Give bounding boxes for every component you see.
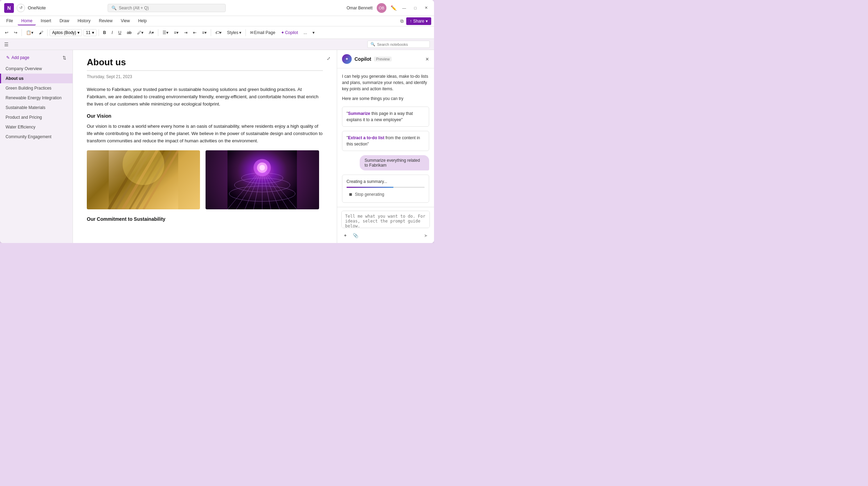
copilot-close-button[interactable]: ✕ [425, 57, 429, 62]
font-dropdown-icon: ▾ [77, 30, 80, 35]
font-color-button[interactable]: A▾ [147, 29, 156, 36]
format-painter-button[interactable]: 🖌 [37, 29, 45, 36]
email-page-button[interactable]: ✉ Email Page [248, 29, 277, 36]
menu-draw[interactable]: Draw [56, 17, 73, 25]
back-button[interactable]: ↺ [17, 4, 25, 12]
global-search[interactable]: 🔍 [108, 4, 226, 12]
copilot-suggestion-1[interactable]: "Summarize this page in a way that expla… [342, 107, 429, 127]
sidebar-item-about-us[interactable]: About us [0, 74, 73, 83]
stop-icon: ⏹ [349, 192, 353, 197]
numbering-button[interactable]: ≡▾ [172, 29, 181, 36]
page-title: About us [87, 57, 323, 68]
page-body-vision: Our vision is to create a world where ev… [87, 123, 323, 144]
maximize-button[interactable]: □ [412, 5, 419, 11]
bold-button[interactable]: B [101, 29, 108, 36]
sidebar-item-renewable-energy[interactable]: Renewable Energy Integration [0, 93, 73, 103]
menu-view[interactable]: View [117, 17, 133, 25]
undo-button[interactable]: ↩ [3, 29, 10, 36]
generating-text: Creating a summary... [347, 179, 425, 184]
pen-icon[interactable]: ✏️ [391, 5, 397, 11]
menu-history[interactable]: History [74, 17, 94, 25]
sidebar-item-community-engagement[interactable]: Community Engagement [0, 132, 73, 142]
copilot-user-message: Summarize everything related to Fabrikam [360, 155, 429, 170]
sort-button[interactable]: ⇅ [60, 53, 68, 62]
share-label: Share [413, 19, 424, 24]
sep6 [245, 29, 246, 36]
page-date: Thursday, Sept 21, 2023 [87, 74, 323, 79]
copilot-title: Copilot [354, 56, 371, 62]
tags-button[interactable]: 🏷▾ [213, 29, 224, 36]
copilot-toolbar-icon: ✦ [281, 30, 284, 35]
share-button[interactable]: ↑ Share ▾ [406, 17, 431, 25]
toolbar-right: ⧉ ↑ Share ▾ [400, 17, 431, 25]
more-button[interactable]: ... [301, 29, 309, 36]
hamburger-icon[interactable]: ☰ [4, 42, 9, 47]
strikethrough-button[interactable]: ab [125, 29, 133, 36]
copilot-suggestion-2[interactable]: "Extract a to-do list from the content i… [342, 131, 429, 151]
close-button[interactable]: ✕ [423, 5, 430, 11]
sidebar-item-green-building[interactable]: Green Building Practices [0, 83, 73, 93]
add-page-button[interactable]: ✎ Add page [4, 54, 31, 61]
copilot-generating-box: Creating a summary... ⏹ Stop generating [342, 175, 429, 203]
copy-icon[interactable]: ⧉ [400, 18, 403, 24]
styles-chevron-icon: ▾ [239, 30, 241, 35]
highlight-button[interactable]: 🖊▾ [135, 29, 145, 36]
menu-help[interactable]: Help [135, 17, 150, 25]
redo-button[interactable]: ↪ [12, 29, 19, 36]
sidebar-item-sustainable-materials[interactable]: Sustainable Materials [0, 103, 73, 112]
images-row [87, 150, 323, 209]
add-page-icon: ✎ [6, 55, 10, 60]
sep5 [211, 29, 211, 36]
copilot-footer: ✦ 📎 ➤ [337, 207, 434, 243]
outdent-button[interactable]: ⇤ [191, 29, 199, 36]
prompt-guide-icon[interactable]: ✦ [341, 232, 349, 239]
image-wood-architecture [87, 150, 200, 209]
copilot-suggestion-2-bold: Extract a to-do list [348, 135, 384, 140]
sep4 [158, 29, 158, 36]
sidebar: ✎ Add page ⇅ Company Overview About us G… [0, 50, 73, 243]
paste-button[interactable]: 📋▾ [24, 29, 35, 36]
copilot-footer-actions: ✦ 📎 ➤ [341, 231, 430, 240]
font-size-selector[interactable]: 11 ▾ [83, 29, 96, 36]
menu-file[interactable]: File [3, 17, 16, 25]
menu-home[interactable]: Home [18, 17, 36, 25]
progress-bar [347, 187, 425, 188]
app-window: N ↺ OneNote 🔍 Omar Bennett OB ✏️ — □ ✕ F… [0, 0, 434, 243]
app-logo: N [4, 3, 14, 13]
search-notebooks[interactable]: 🔍 [367, 41, 430, 48]
indent-button[interactable]: ⇥ [182, 29, 190, 36]
italic-button[interactable]: I [109, 29, 115, 36]
copilot-things-label: Here are some things you can try [342, 96, 429, 101]
stop-generating-button[interactable]: ⏹ Stop generating [347, 191, 425, 198]
page-content: ⤢ About us Thursday, Sept 21, 2023 Welco… [73, 50, 337, 243]
align-button[interactable]: ≡▾ [200, 29, 209, 36]
sep2 [47, 29, 48, 36]
section-heading-sustainability: Our Commitment to Sustainability [87, 216, 323, 222]
sidebar-item-water-efficiency[interactable]: Water Efficiency [0, 122, 73, 132]
search-notebooks-input[interactable] [377, 42, 427, 47]
svg-point-23 [260, 165, 265, 170]
menu-review[interactable]: Review [95, 17, 116, 25]
copilot-toolbar-button[interactable]: ✦ Copilot [279, 29, 300, 36]
progress-fill [347, 187, 393, 188]
formatting-toolbar: ↩ ↪ 📋▾ 🖌 Aptos (Body) ▾ 11 ▾ B I U ab 🖊▾… [0, 26, 434, 39]
stop-label: Stop generating [355, 192, 384, 197]
font-selector[interactable]: Aptos (Body) ▾ [50, 29, 82, 36]
wood-image-svg [87, 150, 200, 209]
copilot-input[interactable] [341, 211, 430, 228]
styles-button[interactable]: Styles ▾ [225, 29, 243, 36]
attach-icon[interactable]: 📎 [352, 232, 359, 239]
copilot-preview-badge: Preview [374, 57, 392, 61]
global-search-input[interactable] [119, 6, 222, 10]
expand-button[interactable]: ⤢ [324, 54, 333, 62]
bullets-button[interactable]: ☰▾ [160, 29, 170, 36]
minimize-button[interactable]: — [401, 5, 408, 11]
sidebar-item-company-overview[interactable]: Company Overview [0, 64, 73, 74]
user-avatar[interactable]: OB [377, 3, 386, 13]
underline-button[interactable]: U [116, 29, 124, 36]
collapse-ribbon-button[interactable]: ▾ [310, 29, 317, 36]
menu-insert[interactable]: Insert [37, 17, 55, 25]
send-button[interactable]: ➤ [422, 231, 430, 240]
page-divider [87, 70, 323, 71]
sidebar-item-product-pricing[interactable]: Product and Pricing [0, 112, 73, 122]
